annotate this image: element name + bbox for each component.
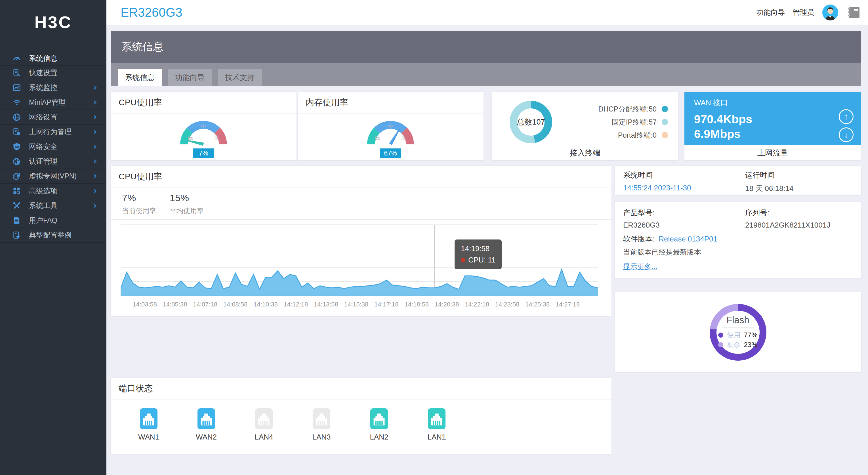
tab-system-info[interactable]: 系统信息 xyxy=(118,69,162,86)
svg-text:14:17:18: 14:17:18 xyxy=(374,301,399,308)
guide-book-icon[interactable] xyxy=(846,5,861,20)
ports-row: WAN1 WAN2 LAN4 LAN3 LAN2 LAN1 xyxy=(111,400,612,454)
sidebar-item-label: 网络安全 xyxy=(29,142,57,151)
terminals-legend: DHCP分配终端:50 固定IP终端:57 Portal终端:0 xyxy=(598,102,668,141)
show-more-link[interactable]: 显示更多... xyxy=(623,262,657,271)
grid-search-icon xyxy=(12,186,22,196)
port-lan4[interactable]: LAN4 xyxy=(245,408,283,442)
sidebar-item-config-examples[interactable]: 典型配置举例 xyxy=(0,228,106,243)
cpu-gauge-title: CPU使用率 xyxy=(111,92,297,114)
cpu-current-value: 7% xyxy=(122,192,156,203)
sidebar-item-network-settings[interactable]: 网络设置 xyxy=(0,110,106,125)
h3c-logo: H3C xyxy=(0,12,106,32)
flash-card: Flash 使用77% 剩余23% xyxy=(615,292,861,372)
avatar[interactable] xyxy=(822,4,838,21)
feature-guide-link[interactable]: 功能向导 xyxy=(756,8,785,17)
tab-tech-support[interactable]: 技术支持 xyxy=(218,69,262,86)
wan-card: WAN 接口 970.4Kbps 6.9Mbps ↑ ↓ 上网流量 xyxy=(684,92,861,160)
model-value: ER3260G3 xyxy=(623,221,745,229)
memory-gauge: 低 中 高 67% xyxy=(358,114,423,159)
wan-download-speed: 6.9Mbps xyxy=(694,127,851,141)
flash-donut-chart: Flash 使用77% 剩余23% xyxy=(710,304,767,361)
port-wan1[interactable]: WAN1 xyxy=(129,408,168,442)
terminals-card: 总数107 DHCP分配终端:50 固定IP终端:57 Portal终端:0 接… xyxy=(492,92,678,160)
gauge-icon xyxy=(12,53,22,63)
tab-feature-guide[interactable]: 功能向导 xyxy=(168,69,212,86)
port-status-title: 端口状态 xyxy=(111,378,612,400)
sidebar-item-quick-setup[interactable]: 快速设置 xyxy=(0,66,106,80)
sidebar-item-label: 用户FAQ xyxy=(29,216,57,225)
model-label: 产品型号: xyxy=(623,208,745,218)
document-shield-icon xyxy=(12,127,22,137)
ethernet-port-icon xyxy=(417,408,456,430)
wan-body: WAN 接口 970.4Kbps 6.9Mbps ↑ ↓ xyxy=(684,92,861,145)
svg-text:7%: 7% xyxy=(199,150,208,157)
sidebar-item-label: 虚拟专网(VPN) xyxy=(29,171,76,181)
chevron-right-icon xyxy=(92,144,98,150)
svg-text:低: 低 xyxy=(187,135,193,141)
cpu-history-card: CPU使用率 7% 当前使用率 15% 平均使用率 14:03:5814:05:… xyxy=(111,166,612,316)
product-info-card: 产品型号: 序列号: ER3260G3 219801A2GK8211X1001J… xyxy=(615,202,861,278)
monitor-icon xyxy=(12,83,22,93)
port-lan1[interactable]: LAN1 xyxy=(417,408,456,442)
flash-free-value: 23% xyxy=(744,341,757,349)
sidebar-item-label: 快速设置 xyxy=(29,68,57,77)
globe-icon xyxy=(12,113,22,122)
sidebar-item-auth-management[interactable]: 认证管理 xyxy=(0,154,106,169)
legend-dot-free xyxy=(718,342,723,347)
software-version-link[interactable]: Release 0134P01 xyxy=(659,235,717,244)
globe-lock-icon xyxy=(12,171,22,181)
chevron-right-icon xyxy=(92,158,98,165)
port-lan2[interactable]: LAN2 xyxy=(360,408,398,442)
wan-title: WAN 接口 xyxy=(694,98,851,108)
detail-row: CPU使用率 7% 当前使用率 15% 平均使用率 14:03:5814:05:… xyxy=(111,166,861,372)
sidebar-item-vpn[interactable]: 虚拟专网(VPN) xyxy=(0,169,106,184)
sidebar-item-system-monitor[interactable]: 系统监控 xyxy=(0,80,106,95)
right-column: 系统时间 14:55:24 2023-11-30 运行时间 18 天 06:18… xyxy=(615,166,861,372)
content: CPU使用率 低 中 高 7% 内存使用率 低 中 高 67% xyxy=(106,86,868,454)
chevron-right-icon xyxy=(92,173,98,179)
ethernet-port-icon xyxy=(187,408,225,430)
svg-text:14:03:58: 14:03:58 xyxy=(132,301,157,308)
cpu-area-chart[interactable]: 14:03:5814:05:3814:07:1814:08:5814:10:38… xyxy=(111,220,612,316)
flash-used-label: 使用 xyxy=(727,330,740,340)
shield-icon xyxy=(12,142,22,152)
serial-label: 序列号: xyxy=(745,208,769,218)
page-title: 系统信息 xyxy=(121,40,163,54)
sidebar-item-system-info[interactable]: 系统信息 xyxy=(0,51,106,66)
port-wan2[interactable]: WAN2 xyxy=(187,408,225,442)
sidebar-item-system-tools[interactable]: 系统工具 xyxy=(0,198,106,213)
legend-label: Portal终端:0 xyxy=(618,130,657,140)
document-icon xyxy=(12,216,22,225)
sidebar-item-label: MiniAP管理 xyxy=(29,98,66,107)
chevron-right-icon xyxy=(92,99,98,105)
terminals-footer[interactable]: 接入终端 xyxy=(492,145,678,160)
system-time-value: 14:55:24 2023-11-30 xyxy=(623,184,745,192)
sidebar-item-user-faq[interactable]: 用户FAQ xyxy=(0,213,106,228)
svg-text:67%: 67% xyxy=(384,150,397,157)
ethernet-port-icon xyxy=(302,408,341,430)
main-area: ER3260G3 功能向导 管理员 xyxy=(106,0,868,460)
ethernet-port-icon xyxy=(245,408,283,430)
admin-user-link[interactable]: 管理员 xyxy=(793,8,814,17)
svg-text:中: 中 xyxy=(388,123,393,129)
svg-text:14:05:38: 14:05:38 xyxy=(163,301,187,308)
sidebar-item-miniap-management[interactable]: MiniAP管理 xyxy=(0,95,106,110)
sidebar-item-advanced-options[interactable]: 高级选项 xyxy=(0,184,106,198)
sidebar-item-network-security[interactable]: 网络安全 xyxy=(0,139,106,154)
quick-setup-icon xyxy=(12,68,22,78)
port-lan3[interactable]: LAN3 xyxy=(302,408,341,442)
chevron-right-icon xyxy=(92,85,98,91)
svg-text:14:15:38: 14:15:38 xyxy=(344,301,369,308)
sidebar-menu: 系统信息 快速设置 系统监控 MiniAP管理 网络设置 上网行为管理 xyxy=(0,51,106,243)
sidebar-item-label: 网络设置 xyxy=(29,113,57,122)
svg-text:14:20:38: 14:20:38 xyxy=(435,301,459,308)
download-arrow-icon: ↓ xyxy=(839,127,854,142)
chevron-right-icon xyxy=(92,202,98,209)
ethernet-port-icon xyxy=(360,408,398,430)
sidebar-item-behavior-management[interactable]: 上网行为管理 xyxy=(0,125,106,139)
svg-text:14:25:38: 14:25:38 xyxy=(525,301,550,308)
sidebar: H3C 系统信息 快速设置 系统监控 MiniAP管理 网络设置 上网行为管理 xyxy=(0,0,106,475)
uptime-value: 18 天 06:18:14 xyxy=(745,184,794,193)
wan-footer[interactable]: 上网流量 xyxy=(684,145,861,160)
